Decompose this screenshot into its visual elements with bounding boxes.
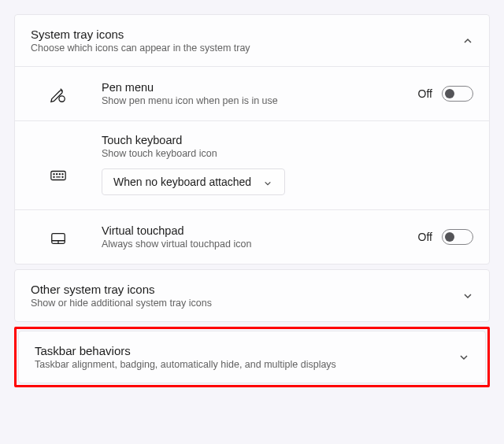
toggle-label: Off: [418, 231, 432, 243]
taskbar-behaviors-header[interactable]: Taskbar behaviors Taskbar alignment, bad…: [19, 331, 485, 383]
item-title: Virtual touchpad: [102, 224, 402, 237]
svg-point-0: [59, 96, 65, 102]
touch-keyboard-row: Touch keyboard Show touch keyboard icon …: [15, 120, 489, 209]
pen-menu-control: Off: [418, 86, 473, 102]
chevron-up-icon: [462, 35, 473, 46]
section-title: System tray icons: [31, 28, 462, 41]
touchpad-icon: [31, 227, 86, 247]
pen-icon: [31, 83, 86, 104]
toggle-label: Off: [418, 87, 432, 100]
section-subtitle: Show or hide additional system tray icon…: [31, 298, 462, 309]
touch-keyboard-text: Touch keyboard Show touch keyboard icon …: [102, 134, 473, 195]
pen-menu-text: Pen menu Show pen menu icon when pen is …: [102, 81, 402, 106]
virtual-touchpad-control: Off: [418, 229, 473, 245]
item-desc: Show touch keyboard icon: [102, 148, 473, 159]
keyboard-icon: [31, 134, 86, 184]
svg-point-6: [54, 176, 54, 177]
item-desc: Show pen menu icon when pen is in use: [102, 95, 402, 106]
other-system-tray-icons-header[interactable]: Other system tray icons Show or hide add…: [15, 270, 489, 321]
header-text: Other system tray icons Show or hide add…: [31, 283, 462, 309]
taskbar-behaviors-card: Taskbar behaviors Taskbar alignment, bad…: [18, 331, 486, 383]
svg-point-8: [62, 176, 63, 177]
section-subtitle: Choose which icons can appear in the sys…: [31, 43, 462, 54]
taskbar-behaviors-highlight: Taskbar behaviors Taskbar alignment, bad…: [14, 327, 490, 387]
pen-menu-toggle[interactable]: [442, 86, 473, 102]
svg-point-5: [62, 174, 63, 175]
system-tray-items: Pen menu Show pen menu icon when pen is …: [15, 66, 489, 264]
section-title: Taskbar behaviors: [35, 344, 458, 357]
item-desc: Always show virtual touchpad icon: [102, 239, 402, 250]
item-title: Touch keyboard: [102, 134, 473, 146]
system-tray-icons-header[interactable]: System tray icons Choose which icons can…: [15, 15, 489, 66]
svg-rect-1: [51, 172, 65, 180]
virtual-touchpad-row: Virtual touchpad Always show virtual tou…: [15, 209, 489, 264]
section-subtitle: Taskbar alignment, badging, automaticall…: [35, 359, 458, 370]
svg-point-2: [54, 174, 54, 175]
touch-keyboard-dropdown[interactable]: When no keyboard attached: [102, 168, 285, 195]
virtual-touchpad-text: Virtual touchpad Always show virtual tou…: [102, 224, 402, 250]
chevron-down-icon: [458, 352, 469, 363]
section-title: Other system tray icons: [31, 283, 462, 296]
chevron-down-icon: [462, 290, 473, 302]
pen-menu-row: Pen menu Show pen menu icon when pen is …: [15, 67, 489, 120]
header-text: Taskbar behaviors Taskbar alignment, bad…: [35, 344, 458, 370]
item-title: Pen menu: [102, 81, 402, 94]
svg-point-4: [59, 174, 60, 175]
other-system-tray-icons-card: Other system tray icons Show or hide add…: [14, 269, 490, 322]
header-text: System tray icons Choose which icons can…: [31, 28, 462, 54]
dropdown-value: When no keyboard attached: [113, 176, 251, 188]
virtual-touchpad-toggle[interactable]: [442, 229, 473, 245]
svg-point-3: [57, 174, 57, 175]
system-tray-icons-card: System tray icons Choose which icons can…: [14, 14, 490, 265]
chevron-down-icon: [264, 177, 273, 187]
